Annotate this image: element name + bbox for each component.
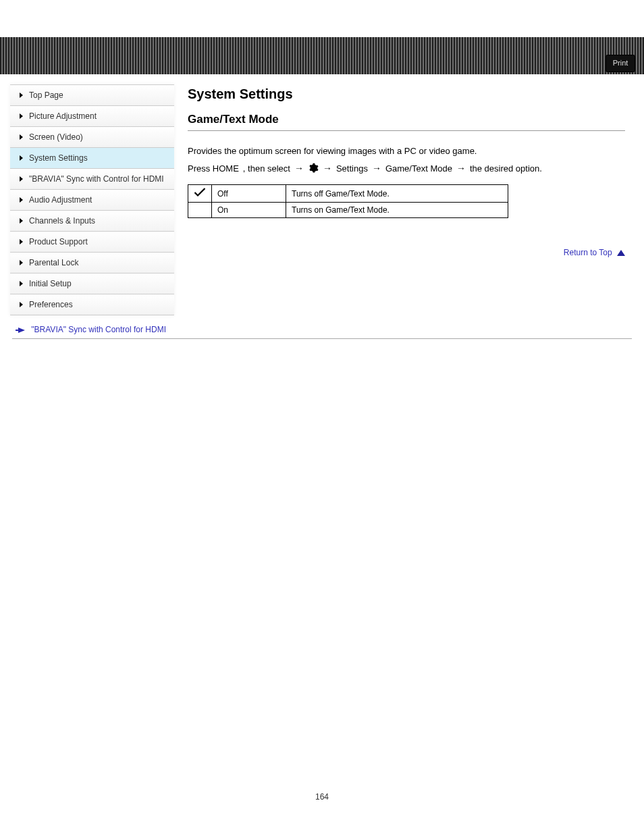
options-table: OffTurns off Game/Text Mode.OnTurns on G… xyxy=(188,184,508,218)
check-cell xyxy=(188,185,212,203)
sidebar-item[interactable]: Audio Adjustment xyxy=(10,190,174,211)
sidebar-item[interactable]: Top Page xyxy=(10,85,174,106)
triangle-right-icon xyxy=(20,93,23,98)
option-name: On xyxy=(212,203,286,218)
option-desc: Turns on Game/Text Mode. xyxy=(286,203,508,218)
sidebar-item[interactable]: Preferences xyxy=(10,294,174,315)
table-row: OffTurns off Game/Text Mode. xyxy=(188,185,508,203)
sidebar-item-label: Picture Adjustment xyxy=(29,111,97,121)
bottom-divider xyxy=(12,338,632,339)
section-rule xyxy=(188,130,625,131)
sidebar-menu: Top PagePicture AdjustmentScreen (Video)… xyxy=(10,84,174,315)
page-title: System Settings xyxy=(188,86,625,102)
path-seg: the desired option. xyxy=(470,163,542,174)
bravia-sync-label: "BRAVIA" Sync with Control for HDMI xyxy=(31,325,166,334)
print-button[interactable]: Print xyxy=(606,55,635,72)
arrow-right-icon: → xyxy=(372,163,381,174)
sidebar-item[interactable]: Channels & Inputs xyxy=(10,211,174,232)
return-to-top[interactable]: Return to Top xyxy=(188,248,625,257)
sidebar-item[interactable]: System Settings xyxy=(10,148,174,169)
sidebar-item[interactable]: Initial Setup xyxy=(10,273,174,294)
path-seg: Settings xyxy=(336,163,368,174)
sidebar-item-label: Top Page xyxy=(29,90,63,100)
sidebar-item[interactable]: Screen (Video) xyxy=(10,127,174,148)
sidebar-item[interactable]: Product Support xyxy=(10,232,174,253)
path-seg: , then select xyxy=(243,163,290,174)
triangle-right-icon xyxy=(20,302,23,307)
header-bar: Print xyxy=(0,37,644,74)
sidebar-item[interactable]: "BRAVIA" Sync with Control for HDMI xyxy=(10,169,174,190)
option-name: Off xyxy=(212,185,286,203)
table-row: OnTurns on Game/Text Mode. xyxy=(188,203,508,218)
sidebar-item-label: Preferences xyxy=(29,300,73,309)
header-title xyxy=(0,37,644,74)
sidebar: Top PagePicture AdjustmentScreen (Video)… xyxy=(0,74,174,315)
triangle-right-icon xyxy=(20,260,23,265)
return-to-top-label: Return to Top xyxy=(564,248,612,257)
check-cell xyxy=(188,203,212,218)
sidebar-item-label: System Settings xyxy=(29,153,88,163)
triangle-up-icon xyxy=(617,250,625,256)
sidebar-item-label: Screen (Video) xyxy=(29,132,83,142)
nav-path: Press HOME , then select → → Settings → … xyxy=(188,163,625,174)
main-content: System Settings Game/Text Mode Provides … xyxy=(174,74,644,315)
triangle-right-icon xyxy=(20,218,23,224)
sidebar-item[interactable]: Picture Adjustment xyxy=(10,106,174,127)
sidebar-item-label: Product Support xyxy=(29,237,88,246)
arrow-right-blue-icon xyxy=(18,328,25,333)
page-number: 164 xyxy=(0,792,644,802)
triangle-right-icon xyxy=(20,281,23,286)
triangle-right-icon xyxy=(20,155,23,161)
triangle-right-icon xyxy=(20,239,23,244)
path-seg: Press HOME xyxy=(188,163,239,174)
option-desc: Turns off Game/Text Mode. xyxy=(286,185,508,203)
intro-text: Provides the optimum screen for viewing … xyxy=(188,146,625,156)
arrow-right-icon: → xyxy=(456,163,466,174)
triangle-right-icon xyxy=(20,176,23,182)
sidebar-item-label: Parental Lock xyxy=(29,258,78,267)
triangle-right-icon xyxy=(20,197,23,203)
section-title: Game/Text Mode xyxy=(188,113,625,126)
sidebar-item-label: "BRAVIA" Sync with Control for HDMI xyxy=(29,174,164,184)
triangle-right-icon xyxy=(20,113,23,119)
sidebar-item-label: Initial Setup xyxy=(29,279,72,288)
sidebar-item-label: Channels & Inputs xyxy=(29,216,95,226)
sidebar-item[interactable]: Parental Lock xyxy=(10,253,174,273)
gear-icon xyxy=(308,163,319,174)
bravia-sync-link[interactable]: "BRAVIA" Sync with Control for HDMI xyxy=(0,325,174,334)
arrow-right-icon: → xyxy=(323,163,332,174)
sidebar-item-label: Audio Adjustment xyxy=(29,195,92,205)
triangle-right-icon xyxy=(20,134,23,140)
arrow-right-icon: → xyxy=(294,163,304,174)
check-icon xyxy=(194,188,206,199)
path-seg: Game/Text Mode xyxy=(385,163,452,174)
